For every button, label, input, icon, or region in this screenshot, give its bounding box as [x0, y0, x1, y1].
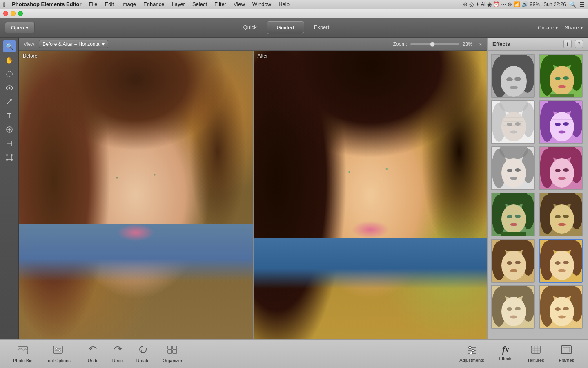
tab-guided[interactable]: Guided [267, 21, 304, 34]
svg-point-182 [472, 349, 474, 352]
menu-file[interactable]: File [86, 0, 101, 8]
menu-select[interactable]: Select [189, 0, 210, 8]
svg-point-43 [434, 255, 479, 308]
search-icon[interactable]: 🔍 [569, 1, 576, 8]
menu-help[interactable]: Help [275, 0, 293, 8]
menu-window[interactable]: Window [249, 0, 274, 8]
svg-point-180 [469, 346, 471, 349]
share-button[interactable]: Share ▾ [565, 25, 583, 31]
effect-thumb-vintage2[interactable] [539, 146, 583, 190]
svg-rect-64 [254, 51, 488, 339]
menu-icon[interactable]: ☰ [579, 1, 585, 8]
bottom-right-tools: Adjustments fx Effects Textures [452, 343, 581, 365]
svg-point-50 [313, 128, 428, 217]
create-button[interactable]: Create ▾ [538, 25, 558, 31]
menu-view[interactable]: View [230, 0, 248, 8]
close-button[interactable]: × [479, 41, 482, 47]
svg-point-133 [563, 215, 569, 218]
svg-point-124 [515, 215, 521, 218]
view-bar: View: Before & After – Horizontal ▾ Zoom… [19, 38, 487, 51]
svg-point-123 [507, 215, 512, 218]
effect-thumb-grayscale[interactable] [491, 54, 535, 98]
effect-thumb-bwsketch2[interactable] [491, 146, 535, 190]
svg-rect-176 [173, 346, 177, 349]
effects-title: Effects [492, 41, 510, 47]
create-share-section: Create ▾ Share ▾ [538, 25, 583, 31]
frames-button[interactable]: Frames [552, 343, 581, 365]
svg-point-12 [27, 55, 80, 117]
svg-point-91 [515, 122, 521, 126]
separator-1 [79, 346, 79, 362]
svg-point-140 [507, 261, 512, 265]
svg-point-165 [563, 307, 569, 310]
effect-thumb-lomo[interactable] [491, 193, 535, 236]
svg-point-18 [56, 51, 216, 126]
undo-button[interactable]: Undo [81, 343, 105, 366]
effect-thumb-lomo2[interactable] [539, 193, 583, 236]
zoom-tool[interactable]: 🔍 [3, 40, 16, 52]
after-label: After [258, 53, 268, 59]
tool-options-button[interactable]: Tool Options [39, 343, 77, 366]
effect-thumb-sketch[interactable] [491, 100, 535, 144]
effects-prev-button[interactable]: ⬆ [564, 40, 572, 48]
svg-point-38 [262, 55, 315, 117]
svg-point-141 [515, 261, 521, 264]
mode-tabs: Quick Guided Expert [234, 21, 339, 34]
effects-header: Effects ⬆ ? [488, 38, 588, 51]
effect-thumb-antique[interactable] [491, 239, 535, 283]
transform-tool[interactable] [3, 151, 16, 164]
select-tool[interactable] [3, 68, 16, 80]
menu-app-name[interactable]: Photoshop Elements Editor [9, 0, 85, 8]
tab-expert[interactable]: Expert [304, 21, 339, 34]
crop-tool[interactable] [3, 137, 16, 150]
textures-button[interactable]: Textures [520, 343, 552, 365]
photo-bin-button[interactable]: Photo Bin [7, 343, 39, 366]
menu-layer[interactable]: Layer [168, 0, 188, 8]
effect-thumb-faded[interactable] [491, 285, 535, 329]
svg-point-29 [148, 191, 168, 202]
svg-rect-37 [254, 51, 488, 339]
menu-enhance[interactable]: Enhance [140, 0, 167, 8]
before-panel: Before [19, 51, 254, 339]
rotate-button[interactable]: Rotate [130, 343, 156, 366]
brush-tool[interactable] [3, 96, 16, 108]
hand-tool[interactable]: ✋ [3, 54, 16, 66]
view-dropdown[interactable]: Before & After – Horizontal ▾ [39, 40, 108, 48]
redo-button[interactable]: Redo [105, 343, 130, 366]
close-button[interactable] [3, 11, 8, 16]
effect-thumb-antique2[interactable] [539, 239, 583, 283]
effects-help-button[interactable]: ? [575, 40, 583, 48]
svg-point-15 [220, 137, 253, 186]
frames-icon [561, 345, 572, 356]
svg-point-98 [555, 123, 561, 126]
effects-button[interactable]: fx Effects [492, 343, 520, 365]
svg-point-168 [20, 348, 21, 350]
svg-point-32 [116, 238, 156, 247]
type-tool[interactable]: T [3, 110, 16, 122]
maximize-button[interactable] [18, 11, 23, 16]
svg-point-10 [11, 159, 13, 161]
menu-edit[interactable]: Edit [102, 0, 117, 8]
spot-heal-tool[interactable] [3, 123, 16, 136]
svg-point-13 [196, 51, 240, 104]
zoom-slider[interactable] [410, 43, 459, 45]
tab-quick[interactable]: Quick [234, 21, 267, 34]
open-arrow: ▾ [26, 25, 29, 31]
adjustments-icon [466, 345, 477, 356]
minimize-button[interactable] [11, 11, 16, 16]
open-button[interactable]: Open ▾ [5, 22, 35, 33]
menu-bar-right: ⊕ ◎ ✦ Ai ◉ ⏰ ⋯ ⊕ 📶 🔊 99% Sun 22:26 🔍 ☰ [463, 1, 585, 8]
effect-thumb-colorized[interactable] [539, 54, 583, 98]
effect-thumb-colorsketch[interactable] [539, 100, 583, 144]
zoom-thumb[interactable] [430, 42, 435, 47]
organizer-button[interactable]: Organizer [156, 343, 189, 366]
eye-tool[interactable] [3, 82, 16, 94]
effect-thumb-faded2[interactable] [539, 285, 583, 329]
menu-image[interactable]: Image [118, 0, 139, 8]
svg-rect-191 [563, 347, 570, 352]
svg-point-99 [563, 122, 569, 126]
svg-point-106 [501, 158, 526, 188]
menu-filter[interactable]: Filter [211, 0, 229, 8]
tool-options-label: Tool Options [46, 358, 71, 363]
adjustments-button[interactable]: Adjustments [452, 343, 492, 365]
